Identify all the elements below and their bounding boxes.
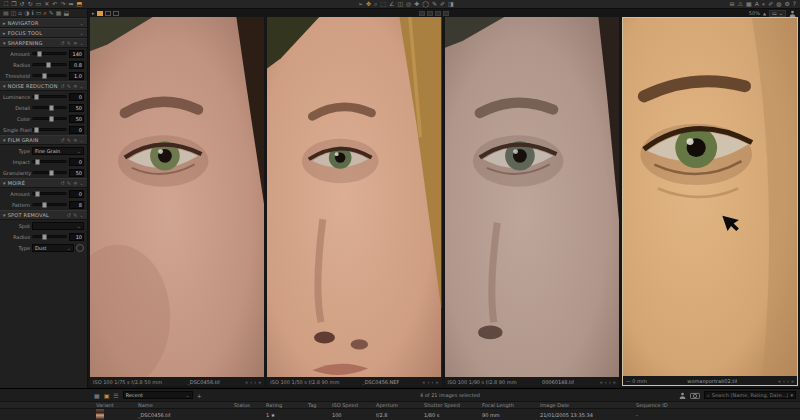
copy-adjustments-icon[interactable]: ❐ (11, 0, 16, 8)
detail-value[interactable]: 50 (69, 104, 84, 112)
fit-screen-button[interactable]: ▭ ⌄ (769, 10, 786, 17)
collapse-icon[interactable]: ⌄ (80, 30, 84, 36)
edit-icon[interactable]: ✎ (67, 40, 71, 46)
erase-mask-icon[interactable]: ✐ (440, 0, 445, 8)
moire-section-header[interactable]: ▾ MOIRÉ ↺ ✎ ≡ ⌄ (0, 178, 87, 188)
col-iso-speed[interactable]: ISO Speed (332, 402, 376, 408)
collapse-icon[interactable]: ⌄ (80, 40, 84, 46)
search-input[interactable] (712, 392, 789, 398)
luminance-slider[interactable] (32, 95, 67, 98)
capture-icon[interactable]: ⛶ (4, 0, 8, 8)
edit-icon[interactable]: ✎ (67, 83, 71, 89)
pattern-value[interactable]: 8 (69, 201, 84, 209)
first-image-button[interactable]: « (245, 379, 248, 385)
preset-icon[interactable]: ≡ (73, 40, 77, 46)
first-image-button[interactable]: « (778, 378, 781, 384)
spot-radius-slider[interactable] (32, 235, 67, 238)
last-image-button[interactable]: » (258, 379, 261, 385)
multi-view-toggle[interactable] (97, 11, 103, 16)
film-grain-type-select[interactable]: Fine Grain ⌄ (32, 147, 84, 155)
pattern-slider[interactable] (32, 203, 67, 206)
preset-icon[interactable]: ≡ (73, 137, 77, 143)
rotate-ccw-icon[interactable]: ↺ (20, 0, 25, 8)
metadata-tab-icon[interactable]: ▦ (56, 9, 62, 17)
proof-chip-4[interactable] (443, 11, 449, 16)
edit-icon[interactable]: ✎ (73, 212, 77, 218)
focus-mask-icon[interactable]: ⌖ (762, 0, 765, 8)
col-status[interactable]: Status (234, 402, 266, 408)
spot-radius-value[interactable]: 10 (69, 233, 84, 241)
user-icon[interactable] (789, 10, 796, 17)
spot-select[interactable]: ⌄ (32, 222, 84, 230)
photo-preview-4[interactable] (623, 18, 797, 376)
proof-chip-2[interactable] (427, 11, 433, 16)
impact-value[interactable]: 0 (69, 158, 84, 166)
prev-image-button[interactable]: ‹ (783, 378, 785, 384)
col-shutter-speed[interactable]: Shutter Speed (424, 402, 482, 408)
table-row[interactable]: _DSC0456.tif 1 ★ 100 f/2.8 1/80 s 90 mm … (0, 409, 800, 420)
collapse-icon[interactable]: ⌄ (80, 180, 84, 186)
help-icon[interactable]: ? (793, 0, 796, 8)
clone-icon[interactable]: ◯ (422, 0, 429, 8)
navigator-section-header[interactable]: ▸ NAVIGATOR ⌄ (0, 18, 87, 28)
photo-preview-2[interactable] (267, 17, 441, 377)
web-icon[interactable]: ◍ (776, 0, 781, 8)
capture-tab-icon[interactable]: ◫ (11, 9, 17, 17)
play-icon[interactable]: ▸ (92, 10, 95, 16)
next-image-button[interactable]: › (431, 379, 433, 385)
camera-icon[interactable] (690, 392, 700, 399)
photo-preview-1[interactable] (90, 17, 264, 377)
next-image-button[interactable]: › (787, 378, 789, 384)
crop-ratio-icon[interactable]: ▭ (36, 0, 42, 8)
crop-tool-icon[interactable]: ⬚ (380, 0, 386, 8)
color-tab-icon[interactable]: ◑ (24, 9, 29, 17)
photo-preview-3[interactable] (445, 17, 619, 377)
redo-icon[interactable]: ↷ (60, 0, 65, 8)
noise-reduction-section-header[interactable]: ▾ NOISE REDUCTION ↺ ✎ ≡ ⌄ (0, 81, 87, 91)
annotations-icon[interactable]: A (755, 0, 759, 8)
spot-circle-icon[interactable] (76, 244, 84, 252)
col-focal-length[interactable]: Focal Length (482, 402, 540, 408)
preset-icon[interactable]: ≡ (73, 83, 77, 89)
radius-value[interactable]: 0.8 (69, 61, 84, 69)
folder-icon[interactable]: ⬒ (76, 0, 82, 8)
collapse-icon[interactable]: ⌄ (80, 212, 84, 218)
col-tag[interactable]: Tag (308, 402, 332, 408)
sort-select[interactable]: Recent ⌄ (123, 391, 193, 399)
focus-section-header[interactable]: ▸ FOCUS TOOL ⌄ (0, 28, 87, 38)
proof-icon[interactable]: ▦ (746, 0, 752, 8)
amount-value[interactable]: 140 (69, 50, 84, 58)
granularity-value[interactable]: 50 (69, 169, 84, 177)
zoom-level-label[interactable]: 50% (749, 10, 760, 16)
pan-icon[interactable]: ✥ (366, 0, 371, 8)
first-image-button[interactable]: « (600, 379, 603, 385)
zoom-tool-icon[interactable]: ⌕ (374, 0, 377, 8)
single-view-toggle[interactable] (105, 11, 111, 16)
edit-icon[interactable]: ✎ (67, 180, 71, 186)
quick-tab-icon[interactable]: ⌂ (18, 9, 22, 17)
compare-view-toggle[interactable] (113, 11, 119, 16)
export-icon[interactable]: ➥ (68, 0, 73, 8)
sharpening-section-header[interactable]: ▾ SHARPENING ↺ ✎ ≡ ⌄ (0, 38, 87, 48)
reset-icon[interactable]: ↺ (67, 212, 71, 218)
local-adjustments-tab-icon[interactable]: ✎ (49, 9, 54, 17)
edit-icon[interactable]: ✎ (67, 137, 71, 143)
first-image-button[interactable]: « (422, 379, 425, 385)
proof-chip-3[interactable] (435, 11, 441, 16)
collapse-icon[interactable]: ⌄ (80, 83, 84, 89)
reset-icon[interactable]: ↺ (60, 180, 64, 186)
single-pixel-value[interactable]: 0 (69, 126, 84, 134)
grid-icon[interactable]: ⊞ (730, 0, 735, 8)
next-image-button[interactable]: › (254, 379, 256, 385)
delete-icon[interactable]: ✕ (44, 0, 49, 8)
amount-slider[interactable] (32, 52, 67, 55)
output-tab-icon[interactable]: ⬓ (63, 9, 69, 17)
col-rating[interactable]: Rating (266, 402, 308, 408)
undo-icon[interactable]: ↶ (52, 0, 57, 8)
reset-icon[interactable]: ↺ (60, 137, 64, 143)
overlay-icon[interactable]: ◫ (397, 0, 403, 8)
pen-icon[interactable]: ✐ (768, 0, 773, 8)
select-arrow-icon[interactable]: ➢ (358, 0, 363, 8)
film-grain-section-header[interactable]: ▾ FILM GRAIN ↺ ✎ ≡ ⌄ (0, 135, 87, 145)
heal-icon[interactable]: ✚ (414, 0, 419, 8)
